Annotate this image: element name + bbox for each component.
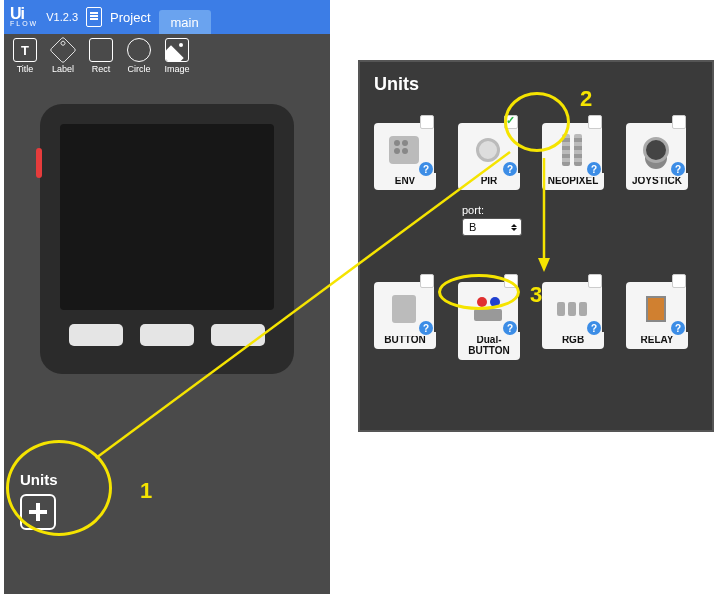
port-label: port: <box>462 204 698 216</box>
title-icon <box>13 38 37 62</box>
units-row-1: ? ENV ? PIR ? NEOPIXEL ? JOYSTICK <box>374 123 698 190</box>
device-button-b[interactable] <box>140 324 194 346</box>
unit-checkbox[interactable] <box>420 274 434 288</box>
stepper-icon <box>511 224 517 231</box>
port-select[interactable]: B <box>462 218 522 236</box>
help-icon[interactable]: ? <box>671 162 685 176</box>
help-icon[interactable]: ? <box>587 321 601 335</box>
tools-row: Title Label Rect Circle Image <box>4 34 330 74</box>
units-section: Units <box>20 471 58 530</box>
joystick-icon <box>643 137 669 163</box>
tool-label: Label <box>52 64 74 74</box>
help-icon[interactable]: ? <box>419 321 433 335</box>
app-logo: Ui FLOW <box>10 8 38 26</box>
device-preview-wrap <box>4 104 330 374</box>
unit-env[interactable]: ? ENV <box>374 123 436 190</box>
unit-checkbox[interactable] <box>588 115 602 129</box>
device-button-c[interactable] <box>211 324 265 346</box>
unit-rgb[interactable]: ? RGB <box>542 282 604 360</box>
help-icon[interactable]: ? <box>503 321 517 335</box>
rect-icon <box>89 38 113 62</box>
project-label[interactable]: Project <box>110 10 150 25</box>
unit-checkbox[interactable] <box>504 274 518 288</box>
circle-icon <box>127 38 151 62</box>
editor-left-panel: Ui FLOW V1.2.3 Project main Title Label … <box>4 0 330 594</box>
version-label: V1.2.3 <box>46 11 78 23</box>
top-bar: Ui FLOW V1.2.3 Project main <box>4 0 330 34</box>
env-icon <box>389 136 419 164</box>
unit-neopixel[interactable]: ? NEOPIXEL <box>542 123 604 190</box>
relay-icon <box>646 296 666 322</box>
units-popup-title: Units <box>374 74 698 95</box>
tool-label: Image <box>164 64 189 74</box>
device-button-row <box>60 324 274 346</box>
device-frame <box>40 104 294 374</box>
units-popup: Units ? ENV ? PIR ? NEOPIXEL <box>358 60 714 432</box>
unit-joystick[interactable]: ? JOYSTICK <box>626 123 688 190</box>
help-icon[interactable]: ? <box>587 162 601 176</box>
unit-checkbox[interactable] <box>672 274 686 288</box>
tool-image[interactable]: Image <box>160 38 194 74</box>
add-unit-button[interactable] <box>20 494 56 530</box>
help-icon[interactable]: ? <box>671 321 685 335</box>
image-icon <box>165 38 189 62</box>
tool-label: Rect <box>92 64 111 74</box>
unit-pir[interactable]: ? PIR <box>458 123 520 190</box>
units-row-2: ? BUTTON ? Dual-BUTTON ? RGB ? RELAY <box>374 282 698 360</box>
help-icon[interactable]: ? <box>419 162 433 176</box>
help-icon[interactable]: ? <box>503 162 517 176</box>
button-icon <box>392 295 416 323</box>
tool-rect[interactable]: Rect <box>84 38 118 74</box>
pir-icon <box>476 138 500 162</box>
units-heading: Units <box>20 471 58 488</box>
tool-label[interactable]: Label <box>46 38 80 74</box>
tool-label: Circle <box>127 64 150 74</box>
label-icon <box>49 36 76 63</box>
tool-title[interactable]: Title <box>8 38 42 74</box>
tab-main[interactable]: main <box>159 10 211 34</box>
unit-checkbox[interactable] <box>672 115 686 129</box>
tool-circle[interactable]: Circle <box>122 38 156 74</box>
device-side-button <box>36 148 42 178</box>
file-icon[interactable] <box>86 7 102 27</box>
tool-label: Title <box>17 64 34 74</box>
unit-button[interactable]: ? BUTTON <box>374 282 436 360</box>
rgb-icon <box>557 302 587 316</box>
dual-button-icon <box>474 297 502 321</box>
unit-relay[interactable]: ? RELAY <box>626 282 688 360</box>
unit-dual-button[interactable]: ? Dual-BUTTON <box>458 282 520 360</box>
port-value: B <box>469 221 476 233</box>
neopixel-icon <box>562 134 582 166</box>
unit-checkbox[interactable] <box>588 274 602 288</box>
device-screen[interactable] <box>60 124 274 310</box>
logo-sub: FLOW <box>10 21 38 27</box>
unit-checkbox[interactable] <box>420 115 434 129</box>
unit-checkbox[interactable] <box>504 115 518 129</box>
unit-label: Dual-BUTTON <box>458 332 520 360</box>
device-button-a[interactable] <box>69 324 123 346</box>
